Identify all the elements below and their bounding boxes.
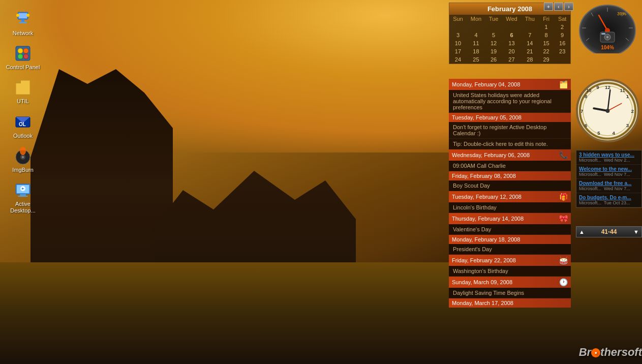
cal-day[interactable]: 24 (449, 55, 467, 64)
news-item-0[interactable]: 3 hidden ways to use... Microsoft... Wed… (576, 150, 641, 165)
cal-day (522, 23, 538, 31)
svg-text:104%: 104% (601, 45, 614, 50)
agenda-date-header[interactable]: Friday, February 08, 2008 (449, 171, 571, 180)
cal-day-header: Sun (449, 15, 467, 23)
cal-day[interactable]: 21 (522, 47, 538, 55)
icon-util[interactable]: UTIL (5, 78, 41, 105)
icon-active-desktop[interactable]: Active Desktop... (5, 181, 41, 214)
agenda-date-label: Monday, February 04, 2008 (452, 81, 520, 87)
agenda-event[interactable]: 09:00AM Call Charlie (449, 161, 571, 171)
news-title-2: Download the free a... (579, 180, 639, 186)
svg-text:6: 6 (585, 123, 588, 128)
cal-day (485, 23, 502, 31)
active-desktop-label: Active Desktop... (5, 201, 41, 214)
cal-day[interactable]: 15 (538, 39, 555, 47)
agenda-event[interactable]: Daylight Saving Time Begins (449, 288, 571, 298)
svg-rect-3 (19, 22, 27, 23)
agenda-date-header[interactable]: Sunday, March 09, 2008🕐 (449, 277, 571, 288)
agenda-date-label: Thursday, February 14, 2008 (452, 216, 524, 222)
svg-text:10: 10 (587, 87, 592, 93)
imgburn-label: ImgBurn (12, 167, 34, 173)
svg-text:9: 9 (596, 84, 599, 90)
cal-day[interactable]: 28 (522, 55, 538, 64)
svg-text:5: 5 (597, 130, 600, 135)
cal-day[interactable]: 16 (554, 39, 570, 47)
email-count-down-arrow[interactable]: ▼ (633, 229, 639, 235)
agenda-event[interactable]: Tip: Double-click here to edit this note… (449, 139, 571, 149)
cal-day[interactable]: 9 (554, 31, 570, 39)
cal-day[interactable]: 29 (538, 55, 555, 64)
svg-rect-23 (18, 196, 28, 197)
network-icon (14, 10, 32, 28)
cal-day[interactable]: 20 (502, 47, 522, 55)
agenda-event[interactable]: Boy Scout Day (449, 180, 571, 191)
icon-control-panel[interactable]: Control Panel (5, 44, 41, 71)
news-item-3[interactable]: Do budgets. Do e-m... Microsoft... Tue O… (576, 193, 641, 207)
cal-day[interactable]: 23 (554, 47, 570, 55)
agenda-event[interactable]: Valentine's Day (449, 224, 571, 235)
cal-next-btn[interactable]: › (564, 3, 573, 11)
news-title-1: Welcome to the new... (579, 166, 639, 172)
svg-text:1: 1 (626, 93, 629, 99)
news-meta-3: Microsoft... Tue Oct 23... (579, 200, 639, 205)
agenda-event[interactable]: President's Day (449, 244, 571, 255)
cal-prev-btn[interactable]: ‹ (554, 3, 563, 11)
agenda-date-header[interactable]: Monday, February 04, 2008🗂️ (449, 79, 571, 90)
svg-rect-39 (601, 33, 605, 35)
email-count-label: 41-44 (601, 228, 617, 235)
cal-day[interactable]: 11 (467, 39, 485, 47)
agenda-event[interactable]: Washington's Birthday (449, 266, 571, 277)
agenda-date-header[interactable]: Thursday, February 14, 2008🎀 (449, 213, 571, 224)
agenda-event[interactable]: Don't forget to register Active Desktop … (449, 122, 571, 139)
agenda-date-header[interactable]: Monday, March 17, 2008 (449, 298, 571, 308)
cal-day[interactable]: 18 (467, 47, 485, 55)
cal-day[interactable]: 5 (485, 31, 502, 39)
svg-point-38 (606, 36, 608, 38)
svg-point-19 (20, 147, 26, 155)
icon-outlook[interactable]: OL Outlook (5, 113, 41, 139)
clock-face: 12 1 2 3 4 5 6 7 8 9 10 11 (576, 79, 639, 142)
email-count-up-arrow[interactable]: ▲ (579, 229, 585, 235)
svg-text:11: 11 (620, 87, 625, 93)
agenda-event[interactable]: United States holidays were added automa… (449, 90, 571, 113)
cal-day[interactable]: 27 (502, 55, 522, 64)
cal-day[interactable]: 2 (554, 23, 570, 31)
agenda-date-icon: 🥁 (559, 256, 568, 264)
cal-day-header: Sat (554, 15, 570, 23)
agenda-event[interactable]: Lincoln's Birthday (449, 202, 571, 213)
agenda-date-header[interactable]: Friday, February 22, 2008🥁 (449, 255, 571, 266)
cal-add-btn[interactable]: + (544, 3, 553, 11)
cal-day[interactable]: 22 (538, 47, 555, 55)
network-label: Network (13, 30, 33, 37)
cal-day[interactable]: 6 (502, 31, 522, 39)
agenda-date-icon: 🎁 (559, 193, 568, 201)
icon-imgburn[interactable]: ImgBurn (5, 147, 41, 173)
svg-text:12: 12 (605, 84, 610, 90)
agenda-date-header[interactable]: Tuesday, February 12, 2008🎁 (449, 191, 571, 202)
cal-day[interactable]: 17 (449, 47, 467, 55)
cal-day[interactable]: 13 (502, 39, 522, 47)
control-panel-label: Control Panel (6, 64, 40, 71)
agenda-date-icon: 📞 (559, 151, 568, 159)
agenda-date-header[interactable]: Wednesday, February 06, 2008📞 (449, 149, 571, 161)
agenda-date-header[interactable]: Tuesday, February 05, 2008 (449, 113, 571, 122)
cal-day[interactable]: 1 (538, 23, 555, 31)
cal-day[interactable]: 4 (467, 31, 485, 39)
cal-day[interactable]: 8 (538, 31, 555, 39)
cal-day[interactable]: 7 (522, 31, 538, 39)
cal-day-header: Fri (538, 15, 555, 23)
news-item-2[interactable]: Download the free a... Microsoft... Wed … (576, 179, 641, 193)
agenda-date-header[interactable]: Monday, February 18, 2008 (449, 235, 571, 244)
cal-day[interactable]: 25 (467, 55, 485, 64)
news-item-1[interactable]: Welcome to the new... Microsoft... Wed N… (576, 165, 641, 179)
brothersoft-dot: • (591, 348, 600, 357)
calendar-controls: + ‹ › (544, 3, 573, 11)
cal-day[interactable]: 26 (485, 55, 502, 64)
cal-day[interactable]: 19 (485, 47, 502, 55)
cal-day[interactable]: 14 (522, 39, 538, 47)
cal-day[interactable]: 3 (449, 31, 467, 39)
cal-day[interactable]: 10 (449, 39, 467, 47)
svg-point-18 (22, 156, 24, 158)
cal-day[interactable]: 12 (485, 39, 502, 47)
icon-network[interactable]: Network (5, 10, 41, 37)
